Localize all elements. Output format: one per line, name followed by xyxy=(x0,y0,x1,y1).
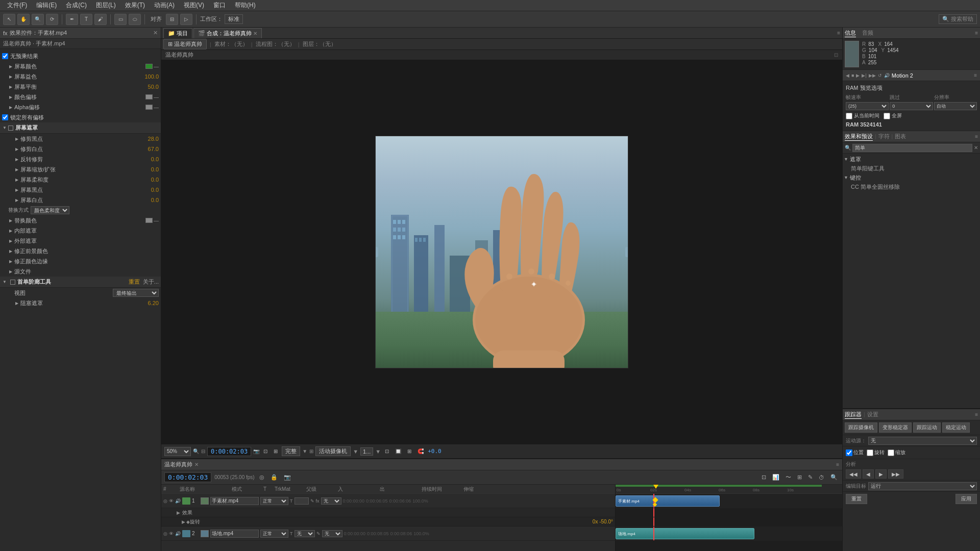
tab-comp-close[interactable]: ✕ xyxy=(253,31,257,36)
screen-black-value[interactable]: 0.0 xyxy=(138,187,159,193)
track2-anim-icon[interactable]: ✎ xyxy=(316,531,321,536)
fg-color-row[interactable]: ▶ 修正前景颜色 xyxy=(0,246,161,256)
menu-view[interactable]: 视图(V) xyxy=(180,0,208,11)
timeline-menu-btn[interactable]: ≡ xyxy=(836,462,839,467)
tool-about-btn[interactable]: 关于... xyxy=(143,278,159,286)
edit-target-select[interactable]: 运行 xyxy=(868,482,977,490)
preview-handle-left[interactable] xyxy=(376,247,378,257)
effect-controls-close[interactable]: ✕ xyxy=(153,30,158,36)
tool-align[interactable]: ⊟ xyxy=(166,14,178,25)
replace-color-swatch[interactable] xyxy=(145,218,153,223)
motion-audio[interactable]: 🔊 xyxy=(884,73,890,78)
track1-effects-expand[interactable]: ▶ xyxy=(177,510,180,515)
screen-soft-value[interactable]: 0.0 xyxy=(138,177,159,183)
track1-mode[interactable]: 正常 xyxy=(260,497,288,505)
track1-rot-value[interactable]: 0x -50.0° xyxy=(593,519,613,524)
tool-reset-btn[interactable]: 重置 xyxy=(129,278,140,286)
menu-animate[interactable]: 动画(A) xyxy=(150,0,179,11)
track1-name-field[interactable] xyxy=(210,497,259,505)
inner-mask-row[interactable]: ▶ 内部遮罩 xyxy=(0,226,161,236)
apply-btn[interactable]: 应用 xyxy=(955,494,977,504)
tab-comp[interactable]: 🎬 合成：温老师真帅 ✕ xyxy=(193,28,262,38)
ram-skip-select[interactable]: 0 xyxy=(890,102,933,110)
motion-nav-end[interactable]: ▶▶ xyxy=(869,73,876,78)
view-select[interactable]: 1... xyxy=(360,447,373,456)
screen-black-row[interactable]: ▶ 屏幕黑点 0.0 xyxy=(0,185,161,195)
track2-trkmat[interactable]: 无 xyxy=(295,530,315,537)
tl-graph-btn[interactable]: 📊 xyxy=(771,473,781,481)
menu-layer[interactable]: 图层(L) xyxy=(92,0,120,11)
tool-text[interactable]: T xyxy=(80,14,92,25)
screen-balance-row[interactable]: ▶ 屏幕平衡 50.0 xyxy=(0,82,161,92)
replace-color-btn[interactable]: — xyxy=(154,218,159,223)
trim-white-value[interactable]: 67.0 xyxy=(138,146,159,152)
view-select[interactable]: 最终输出 xyxy=(113,289,159,297)
fg-edge-row[interactable]: ▶ 修正颜色边缘 xyxy=(0,256,161,266)
tool-select[interactable]: ↖ xyxy=(3,14,15,25)
tl-motion-btn[interactable]: 〜 xyxy=(784,473,793,482)
color-shift-btn[interactable]: — xyxy=(154,94,159,100)
tool-hand[interactable]: ✋ xyxy=(17,14,30,25)
lock-offset-row[interactable]: 锁定所有偏移 xyxy=(0,112,161,122)
menu-file[interactable]: 文件(F) xyxy=(3,0,31,11)
replace-mode-select[interactable]: 颜色柔和度 xyxy=(31,206,69,214)
from-current-checkbox[interactable] xyxy=(846,113,852,119)
preview-snap-btn[interactable]: ⊡ xyxy=(261,447,270,455)
preview-safe-btn[interactable]: ⊞ xyxy=(272,447,280,455)
track1-rot-expand[interactable]: ▶ xyxy=(182,519,185,524)
replace-color-row[interactable]: ▶ 替换颜色 — xyxy=(0,215,161,226)
trim-black-value[interactable]: 28.0 xyxy=(138,136,159,142)
alpha-shift-swatch[interactable] xyxy=(145,105,153,110)
tracker-menu-btn[interactable]: ≡ xyxy=(975,412,978,417)
tool-section[interactable]: ▼ 首单阶廊工具 重置 关于... xyxy=(0,277,161,288)
view-snap-btn[interactable]: 🧲 xyxy=(415,447,426,455)
comp-expand-btn[interactable]: ⊡ xyxy=(834,52,838,58)
track1-clip[interactable]: 手素材.mp4 xyxy=(616,495,720,507)
replace-mode-row[interactable]: 替换方式 颜色柔和度 xyxy=(0,205,161,215)
alpha-shift-btn[interactable]: — xyxy=(154,105,159,110)
no-premultiply-row[interactable]: 无预乘结果 xyxy=(0,51,161,61)
timeline-track2-clips[interactable]: 场地.mp4 xyxy=(616,527,842,541)
menu-compose[interactable]: 合成(C) xyxy=(62,0,91,11)
tl-search-btn[interactable]: 🔍 xyxy=(829,473,839,481)
view-row[interactable]: 视图 最终输出 xyxy=(0,288,161,298)
track1-rot-keyframe[interactable]: ◆ xyxy=(186,519,190,524)
track1-color[interactable] xyxy=(182,497,190,505)
tl-time-btn[interactable]: ⏱ xyxy=(817,474,826,481)
fullscreen-checkbox[interactable] xyxy=(884,113,890,119)
screen-soft-row[interactable]: ▶ 屏幕柔和度 0.0 xyxy=(0,174,161,185)
source-row[interactable]: ▶ 源文件 xyxy=(0,266,161,277)
no-premultiply-checkbox[interactable] xyxy=(2,53,8,59)
tool-ellipse[interactable]: ⬭ xyxy=(129,14,141,25)
view-safe-btn[interactable]: 🔲 xyxy=(393,447,403,455)
track1-anim-icon[interactable]: ✎ xyxy=(310,498,314,504)
reset-btn[interactable]: 重置 xyxy=(846,494,867,504)
rotation-checkbox[interactable] xyxy=(867,449,873,456)
tl-track-btn[interactable]: ⊞ xyxy=(796,473,803,481)
audio-tab[interactable]: 音频 xyxy=(862,29,873,37)
outer-mask-row[interactable]: ▶ 外部遮罩 xyxy=(0,236,161,246)
screen-grow-row[interactable]: ▶ 屏幕缩放/扩张 0.0 xyxy=(0,164,161,174)
motion-menu[interactable]: ≡ xyxy=(974,72,977,78)
tool-pen[interactable]: ✒ xyxy=(66,14,78,25)
motion-nav-next[interactable]: ▶| xyxy=(862,73,866,78)
color-shift-row[interactable]: ▶ 颜色偏移 — xyxy=(0,92,161,102)
zoom-select[interactable]: 50% xyxy=(164,447,191,456)
screen-white-value[interactable]: 0.0 xyxy=(138,197,159,203)
timeline-timecode[interactable]: 0:00:02:03 xyxy=(164,472,211,482)
screen-color-row[interactable]: ▶ 屏幕颜色 — xyxy=(0,61,161,71)
tl-ctrl-lock[interactable]: 🔒 xyxy=(269,473,279,481)
track1-av-toggle[interactable]: ◎ xyxy=(163,498,167,504)
track2-parent[interactable]: 无 xyxy=(322,530,342,537)
ram-fps-select[interactable]: (25) xyxy=(846,102,889,110)
motion-loop[interactable]: ↺ xyxy=(878,73,882,78)
effects-search-clear[interactable]: ✕ xyxy=(974,145,978,151)
invert-matte-row[interactable]: ▶ 反转修剪 0.0 xyxy=(0,154,161,164)
screen-balance-value[interactable]: 50.0 xyxy=(138,84,159,90)
screen-grow-value[interactable]: 0.0 xyxy=(138,166,159,172)
menu-edit[interactable]: 编辑(E) xyxy=(32,0,61,11)
screen-color-btn[interactable]: — xyxy=(154,64,159,69)
trim-white-row[interactable]: ▶ 修剪白点 67.0 xyxy=(0,144,161,154)
preview-handle-right[interactable] xyxy=(625,247,628,257)
analysis-back[interactable]: ◀ xyxy=(863,469,874,479)
